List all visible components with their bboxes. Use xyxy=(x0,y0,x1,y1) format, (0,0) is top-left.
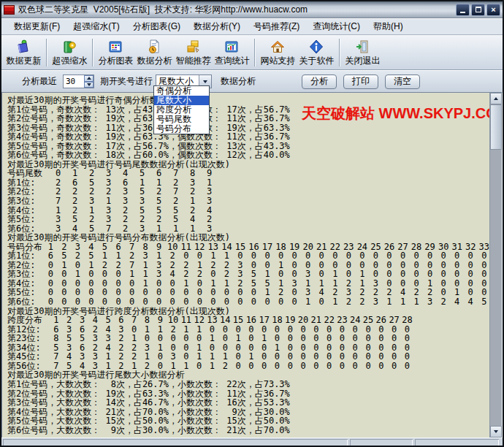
table-cell: 0 xyxy=(193,251,207,261)
table-cell: 3 xyxy=(83,196,100,206)
toolbar-analysis-chart-button[interactable]: 分析图表 xyxy=(96,37,135,69)
menu-bar: 数据更新(F)超强缩水(T)分析图表(G)数据分析(Y)号码推荐(Z)查询统计(… xyxy=(1,18,503,35)
print-button[interactable]: 打印 xyxy=(343,74,378,89)
table-cell: 0 xyxy=(297,362,310,371)
dropdown-option-4[interactable]: 号码尾数 xyxy=(154,115,209,124)
toolbar-query-stats-button[interactable]: 查询统计 xyxy=(213,37,251,69)
toolbar-separator xyxy=(92,39,93,66)
table-cell: 0 xyxy=(401,334,414,343)
table-cell: 0 xyxy=(348,362,362,371)
table-cell: 0 xyxy=(112,297,126,307)
table-cell: 0 xyxy=(375,362,388,371)
dropdown-option-3[interactable]: 跨度分析 xyxy=(154,105,209,115)
table-cell: 0 xyxy=(261,251,275,261)
row-label: 第45位: xyxy=(7,352,50,362)
table-cell: 0 xyxy=(247,297,261,307)
period-input[interactable]: 30 xyxy=(64,75,84,88)
table-row: 第1位:2653611231 xyxy=(7,178,489,188)
analyze-button[interactable]: 分析 xyxy=(302,74,337,89)
column-header: 10 xyxy=(167,316,180,325)
toolbar-data-analysis-button[interactable]: 数据分析 xyxy=(135,37,174,69)
toolbar-about-software-button[interactable]: 关于软件 xyxy=(297,37,336,69)
menu-item-number-recommend[interactable]: 号码推荐(Z) xyxy=(247,19,306,34)
column-header: 13 xyxy=(206,316,219,325)
table-cell: 1 xyxy=(100,196,117,206)
table-cell: 1 xyxy=(220,251,234,261)
menu-item-analysis-chart[interactable]: 分析图表(G) xyxy=(126,19,187,34)
column-header: 12 xyxy=(193,316,206,325)
dropdown-option-1[interactable]: 奇偶分析 xyxy=(154,86,209,96)
table-cell: 0 xyxy=(283,362,297,371)
table-cell: 0 xyxy=(328,251,342,261)
column-header: 20 xyxy=(297,316,310,325)
menu-item-data-analysis[interactable]: 数据分析(Y) xyxy=(187,19,247,34)
table-cell: 2 xyxy=(115,334,128,343)
data-analysis-icon xyxy=(146,39,164,56)
table-cell: 0 xyxy=(141,334,154,343)
table-cell: 0 xyxy=(388,362,401,371)
maximize-button[interactable] xyxy=(471,4,485,16)
column-header: 8 xyxy=(141,316,154,325)
menu-item-help[interactable]: 帮助(H) xyxy=(367,19,410,34)
menu-item-query-stats[interactable]: 查询统计(C) xyxy=(306,19,367,34)
table-cell: 1 xyxy=(152,251,166,261)
status-panel-middle xyxy=(350,439,413,447)
table-cell: 2 xyxy=(125,251,139,261)
scroll-up-button[interactable] xyxy=(490,93,502,104)
website-support-icon xyxy=(270,39,287,56)
table-cell: 0 xyxy=(261,297,275,307)
table-cell: 0 xyxy=(193,334,206,343)
scroll-down-button[interactable] xyxy=(490,426,502,438)
toolbar-super-shrink-button[interactable]: 超强缩水 xyxy=(50,37,89,69)
toolbar-close-exit-button[interactable]: 关闭退出 xyxy=(343,37,382,69)
column-header: 18 xyxy=(271,316,284,325)
table-cell: 0 xyxy=(410,251,424,261)
table-cell: 0 xyxy=(323,352,336,362)
spin-up-button[interactable] xyxy=(84,75,93,82)
table-cell: 1 xyxy=(258,334,271,343)
watermark-text: 天空破解站 WWW.SKYPJ.COM xyxy=(302,104,503,123)
table-cell: 0 xyxy=(336,334,349,343)
column-header: 11 xyxy=(180,316,193,325)
table-cell: 0 xyxy=(310,362,323,371)
vertical-scrollbar[interactable] xyxy=(489,93,502,438)
table-cell: 0 xyxy=(179,251,193,261)
analysis-text: 对最近30期的开奖号码进行奇偶分析数据分析第1位号码，奇数次数： 13次，占43… xyxy=(2,93,489,438)
table-header-row: 跨度分布123456789101112131415161718192021222… xyxy=(7,316,489,325)
table-cell: 0 xyxy=(388,352,401,362)
table-row: 第1位:652511231200110000000000000000000 xyxy=(7,251,489,261)
scrollbar-thumb[interactable] xyxy=(490,104,502,150)
column-header: 19 xyxy=(283,316,297,325)
menu-item-data-update[interactable]: 数据更新(F) xyxy=(7,19,66,34)
table-cell: 1 xyxy=(232,334,245,343)
toolbar-button-label: 分析图表 xyxy=(99,56,134,66)
table-cell: 3 xyxy=(88,352,102,362)
table-cell: 0 xyxy=(85,297,99,307)
table-cell: 1 xyxy=(128,334,141,343)
clear-button[interactable]: 清空 xyxy=(385,74,420,89)
period-spinner[interactable]: 30 xyxy=(63,74,94,88)
table-cell: 1 xyxy=(184,196,201,206)
table-cell: 0 xyxy=(423,251,437,261)
table-cell: 1 xyxy=(396,297,410,307)
spin-down-button[interactable] xyxy=(84,82,93,88)
dropdown-option-5[interactable]: 号码分布 xyxy=(154,124,209,134)
close-button[interactable]: × xyxy=(486,4,500,16)
toolbar-website-support-button[interactable]: 网站支持 xyxy=(259,37,297,69)
toolbar-data-update-button[interactable]: 数据更新 xyxy=(4,37,43,69)
table-cell: 0 xyxy=(44,297,58,307)
analysis-line: 第6位号码，奇数次数： 18次，占60.0%，偶数次数： 12次，占40.0% xyxy=(7,150,489,160)
table-cell: 0 xyxy=(401,362,414,371)
table-cell: 1 xyxy=(206,362,219,371)
table-cell: 0 xyxy=(179,297,193,307)
section-header: 对最近30期的开奖号码进行号码尾数数据分析(出现次数) xyxy=(7,160,489,169)
menu-item-super-shrink[interactable]: 超强缩水(T) xyxy=(66,19,126,34)
table-cell: 0 xyxy=(283,352,297,362)
column-header: 17 xyxy=(258,316,271,325)
column-header: 22 xyxy=(323,316,336,325)
table-cell: 0 xyxy=(232,352,245,362)
minimize-button[interactable] xyxy=(456,4,470,16)
table-cell: 5 xyxy=(150,196,167,206)
dropdown-option-2[interactable]: 尾数大小 xyxy=(154,96,209,105)
toolbar-smart-recommend-button[interactable]: 智能推荐 xyxy=(174,37,213,69)
